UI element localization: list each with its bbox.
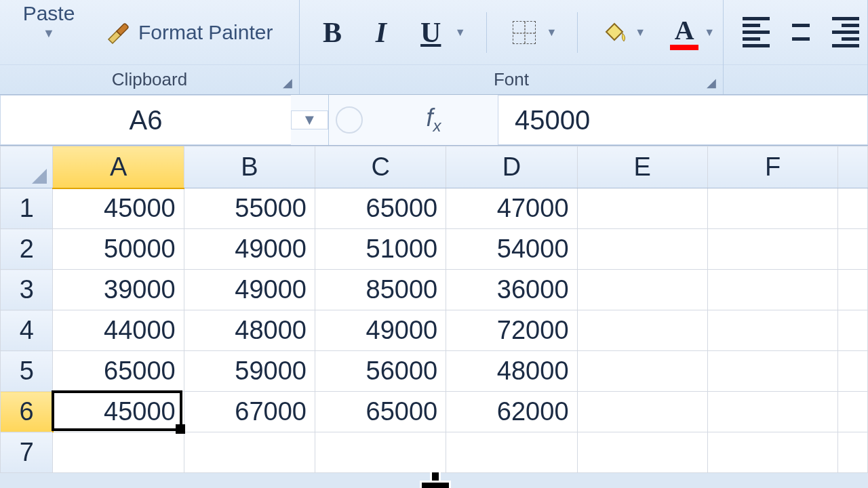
bucket-icon	[598, 17, 629, 48]
ribbon: Paste ▼ Format Painter Clipboard ◢	[0, 0, 868, 95]
align-center-icon	[787, 17, 814, 47]
formula-input[interactable]: 45000	[498, 95, 868, 145]
cell[interactable]	[53, 432, 184, 473]
cell[interactable]: 36000	[446, 270, 577, 310]
row-header[interactable]: 7	[1, 432, 53, 473]
cell[interactable]: 54000	[446, 229, 577, 270]
chevron-down-icon[interactable]: ▼	[704, 26, 715, 39]
cell[interactable]	[577, 351, 707, 392]
column-header[interactable]: B	[184, 146, 315, 188]
cell[interactable]	[838, 229, 868, 270]
ribbon-group-label-clipboard: Clipboard ◢	[0, 64, 299, 94]
chevron-down-icon[interactable]: ▼	[455, 26, 466, 39]
fx-icon: fx	[426, 104, 441, 136]
fill-color-button[interactable]: ▼	[598, 17, 646, 48]
column-header[interactable]: C	[315, 146, 446, 188]
cell[interactable]: 47000	[446, 188, 577, 229]
cell[interactable]: 65000	[315, 392, 446, 432]
cell[interactable]	[577, 432, 707, 473]
cell[interactable]	[707, 310, 837, 351]
name-box-dropdown[interactable]: ▼	[291, 110, 328, 129]
cell[interactable]	[446, 432, 577, 473]
row-header[interactable]: 3	[1, 270, 53, 310]
cell[interactable]	[707, 432, 837, 473]
cell[interactable]	[577, 229, 707, 270]
chevron-down-icon: ▼	[302, 111, 317, 129]
cell[interactable]	[707, 392, 837, 432]
column-header[interactable]: F	[707, 146, 837, 188]
cell[interactable]	[577, 392, 707, 432]
separator	[577, 12, 578, 53]
cell[interactable]: 55000	[184, 188, 315, 229]
cell[interactable]: 45000	[53, 188, 184, 229]
cell[interactable]	[577, 270, 707, 310]
row-header[interactable]: 4	[1, 310, 53, 351]
paste-button[interactable]: Paste ▼	[8, 2, 90, 63]
cell[interactable]	[315, 432, 446, 473]
cell[interactable]	[707, 188, 837, 229]
name-box[interactable]: A6	[0, 95, 291, 145]
column-header[interactable]: E	[577, 146, 707, 188]
format-painter-label: Format Painter	[138, 21, 273, 44]
align-center-button[interactable]	[787, 17, 814, 47]
cell[interactable]: 62000	[446, 392, 577, 432]
cell[interactable]	[838, 188, 868, 229]
cell[interactable]	[707, 270, 837, 310]
format-painter-button[interactable]: Format Painter	[99, 16, 278, 49]
column-header[interactable]: D	[446, 146, 577, 188]
cell[interactable]: 72000	[446, 310, 577, 351]
row-header[interactable]: 2	[1, 229, 53, 270]
cell[interactable]: 49000	[315, 310, 446, 351]
cell[interactable]	[577, 310, 707, 351]
ribbon-group-font: B I U ▼ ▼ ▼	[300, 0, 724, 94]
cell[interactable]	[838, 270, 868, 310]
align-left-button[interactable]	[743, 17, 770, 47]
column-header[interactable]	[838, 146, 868, 188]
cell[interactable]: 51000	[315, 229, 446, 270]
cell[interactable]	[577, 188, 707, 229]
cancel-formula-button[interactable]	[329, 95, 370, 145]
font-color-button[interactable]: A ▼	[670, 14, 715, 50]
cell[interactable]: 65000	[315, 188, 446, 229]
underline-button[interactable]: U ▼	[412, 14, 466, 51]
cell[interactable]: 59000	[184, 351, 315, 392]
row-header[interactable]: 1	[1, 188, 53, 229]
cell[interactable]	[707, 229, 837, 270]
cell[interactable]	[838, 432, 868, 473]
chevron-down-icon[interactable]: ▼	[547, 26, 557, 39]
row-header[interactable]: 6	[1, 392, 53, 432]
chevron-down-icon: ▼	[43, 26, 55, 41]
chevron-down-icon[interactable]: ▼	[635, 26, 646, 39]
cell[interactable]: 48000	[446, 351, 577, 392]
italic-button[interactable]: I	[363, 14, 399, 51]
borders-button[interactable]: ▼	[507, 16, 557, 49]
dialog-launcher-icon[interactable]: ◢	[280, 75, 295, 90]
cell[interactable]: 45000	[53, 392, 184, 432]
align-right-button[interactable]	[832, 17, 859, 47]
cell[interactable]: 39000	[53, 270, 184, 310]
cell[interactable]	[838, 392, 868, 432]
cell[interactable]: 65000	[53, 351, 184, 392]
circle-icon	[336, 106, 363, 134]
cell[interactable]	[838, 351, 868, 392]
spreadsheet-grid[interactable]: ABCDEF1450005500065000470002500004900051…	[0, 146, 868, 473]
cell[interactable]: 48000	[184, 310, 315, 351]
select-all-corner[interactable]	[1, 146, 53, 188]
insert-function-button[interactable]: fx	[370, 95, 498, 145]
cell[interactable]	[184, 432, 315, 473]
cell[interactable]	[707, 351, 837, 392]
bold-button[interactable]: B	[315, 14, 350, 51]
cell[interactable]: 56000	[315, 351, 446, 392]
brush-icon	[104, 19, 132, 46]
cell[interactable]: 44000	[53, 310, 184, 351]
dialog-launcher-icon[interactable]: ◢	[704, 75, 719, 90]
cell[interactable]: 67000	[184, 392, 315, 432]
ribbon-group-label-font: Font ◢	[300, 64, 723, 94]
cell[interactable]: 85000	[315, 270, 446, 310]
column-header[interactable]: A	[53, 146, 184, 188]
cell[interactable]: 49000	[184, 229, 315, 270]
cell[interactable]	[838, 310, 868, 351]
row-header[interactable]: 5	[1, 351, 53, 392]
cell[interactable]: 50000	[53, 229, 184, 270]
cell[interactable]: 49000	[184, 270, 315, 310]
